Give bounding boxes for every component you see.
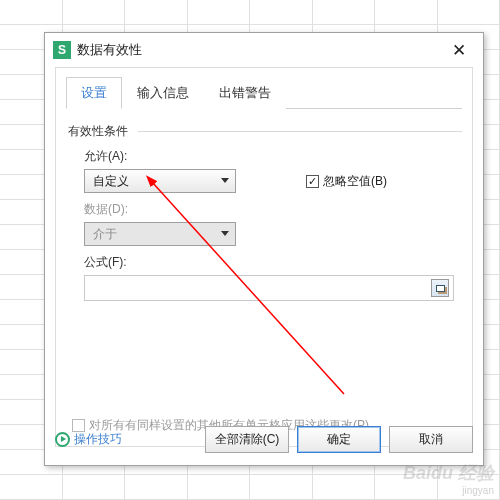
allow-select[interactable]: 自定义: [84, 169, 236, 193]
dialog-footer: 操作技巧 全部清除(C) 确定 取消: [55, 423, 473, 455]
data-select: 介于: [84, 222, 236, 246]
watermark-brand: Baidu 经验: [403, 463, 494, 483]
range-picker-icon: [436, 285, 445, 292]
range-picker-button[interactable]: [431, 279, 449, 297]
titlebar: S 数据有效性 ✕: [45, 33, 483, 67]
dialog-body: 设置 输入信息 出错警告 有效性条件 允许(A): 自定义 ✓ 忽略空值(B) …: [55, 67, 473, 447]
ok-button[interactable]: 确定: [297, 426, 381, 453]
ignore-blank-checkbox[interactable]: ✓ 忽略空值(B): [306, 173, 387, 190]
data-select-value: 介于: [93, 227, 117, 241]
chevron-down-icon: [221, 231, 229, 236]
app-icon: S: [53, 41, 71, 59]
dialog-title: 数据有效性: [77, 41, 142, 59]
tabs: 设置 输入信息 出错警告: [66, 76, 462, 109]
formula-label: 公式(F):: [84, 254, 462, 271]
formula-input[interactable]: [84, 275, 454, 301]
allow-select-value: 自定义: [93, 174, 129, 188]
criteria-group-text: 有效性条件: [68, 124, 128, 138]
chevron-down-icon: [221, 178, 229, 183]
allow-label: 允许(A):: [84, 148, 462, 165]
ignore-blank-label: 忽略空值(B): [323, 173, 387, 190]
group-divider: [138, 131, 462, 132]
clear-all-button[interactable]: 全部清除(C): [205, 426, 289, 453]
checkbox-icon: ✓: [306, 175, 319, 188]
cancel-button[interactable]: 取消: [389, 426, 473, 453]
criteria-group-label: 有效性条件: [68, 123, 462, 140]
tab-settings[interactable]: 设置: [66, 77, 122, 109]
watermark-sub: jingyan: [403, 485, 494, 496]
play-icon: [55, 432, 70, 447]
tab-input-message[interactable]: 输入信息: [122, 77, 204, 109]
close-button[interactable]: ✕: [441, 36, 477, 64]
tab-error-alert[interactable]: 出错警告: [204, 77, 286, 109]
tips-link[interactable]: 操作技巧: [55, 431, 122, 448]
tips-label: 操作技巧: [74, 431, 122, 448]
watermark: Baidu 经验 jingyan: [403, 461, 494, 496]
data-validation-dialog: S 数据有效性 ✕ 设置 输入信息 出错警告 有效性条件 允许(A): 自定义 …: [44, 32, 484, 466]
data-label: 数据(D):: [84, 201, 462, 218]
